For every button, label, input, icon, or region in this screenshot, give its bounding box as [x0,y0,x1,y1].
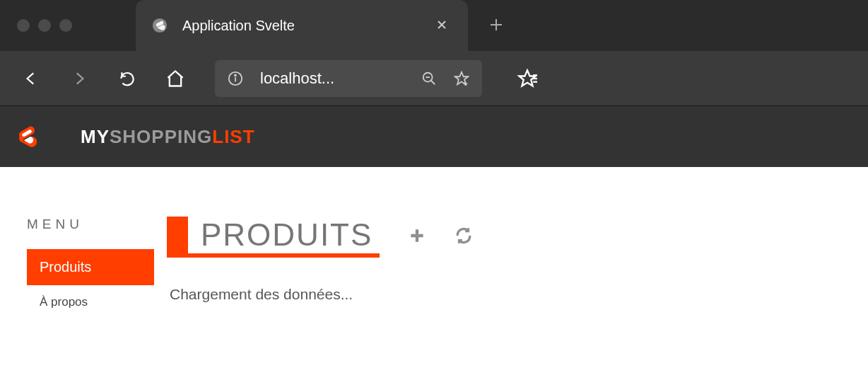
window-controls [17,19,72,32]
main-content: MENU Produits À propos PRODUITS Chargeme… [0,167,868,319]
sidebar-item-produits[interactable]: Produits [27,249,154,285]
favorites-button[interactable] [510,62,544,96]
new-tab-button[interactable] [489,14,503,37]
reload-button[interactable] [110,62,144,96]
tab-title: Application Svelte [182,18,421,34]
window-maximize-dot[interactable] [59,19,72,32]
refresh-button[interactable] [454,226,473,248]
browser-tab-bar: Application Svelte [0,0,868,51]
back-button[interactable] [14,62,48,96]
svg-line-5 [431,80,435,84]
page-title: PRODUITS [188,217,380,258]
content-area: PRODUITS Chargement des données... [167,217,473,319]
url-text: localhost... [260,69,404,88]
add-button[interactable] [408,226,426,248]
app-title-my: MY [81,126,110,147]
info-icon[interactable] [228,71,243,86]
window-minimize-dot[interactable] [38,19,51,32]
browser-nav-bar: localhost... [0,51,868,106]
forward-button[interactable] [62,62,96,96]
app-title-shopping: SHOPPING [110,126,212,147]
svelte-logo-icon [16,125,38,148]
zoom-out-icon[interactable] [421,71,437,86]
app-title: MYSHOPPINGLIST [81,126,255,148]
sidebar: MENU Produits À propos [27,217,154,319]
loading-message: Chargement des données... [170,286,473,303]
title-accent-bar [167,217,188,258]
page-header: PRODUITS [167,217,473,258]
app-title-list: LIST [212,126,254,147]
app-header: MYSHOPPINGLIST [0,106,868,167]
window-close-dot[interactable] [17,19,30,32]
svg-point-3 [235,74,236,76]
sidebar-item-apropos[interactable]: À propos [27,285,154,319]
title-block: PRODUITS [167,217,380,258]
browser-tab[interactable]: Application Svelte [136,0,468,51]
svelte-favicon-icon [151,17,168,34]
close-tab-icon[interactable] [435,18,448,34]
home-button[interactable] [158,62,192,96]
address-bar[interactable]: localhost... [215,60,482,97]
menu-heading: MENU [27,217,154,232]
favorite-add-icon[interactable] [454,71,469,86]
